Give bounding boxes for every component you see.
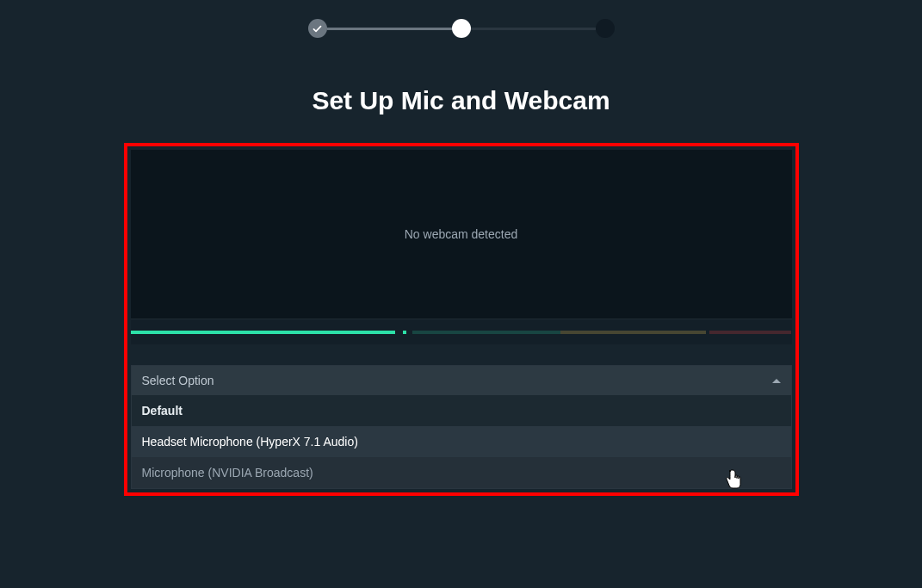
step-1-done [308,19,327,38]
mic-level-meter [131,319,792,344]
caret-up-icon [772,379,781,383]
annotation-highlight-box: No webcam detected Select Option Default… [124,143,799,496]
meter-track [131,331,792,334]
step-2-current [452,19,471,38]
mic-option-default[interactable]: Default [132,395,791,426]
page-title: Set Up Mic and Webcam [0,86,922,115]
meter-green-zone [412,331,560,334]
mic-dropdown[interactable]: Select Option Default Headset Microphone… [131,365,792,489]
webcam-placeholder-text: No webcam detected [405,227,518,241]
step-line-1 [327,28,452,30]
mic-option-hyperx[interactable]: Headset Microphone (HyperX 7.1 Audio) [132,426,791,457]
step-line-2 [471,28,596,30]
meter-yellow-zone [560,331,706,334]
meter-active [131,331,395,334]
check-icon [312,23,323,34]
mic-dropdown-label: Select Option [142,374,214,387]
mic-dropdown-list: Default Headset Microphone (HyperX 7.1 A… [132,395,791,488]
stepper [0,0,922,38]
mic-option-nvidia[interactable]: Microphone (NVIDIA Broadcast) [132,457,791,488]
step-3-pending [596,19,615,38]
meter-red-zone [709,331,791,334]
mic-dropdown-header[interactable]: Select Option [132,366,791,395]
webcam-preview: No webcam detected [131,150,792,319]
